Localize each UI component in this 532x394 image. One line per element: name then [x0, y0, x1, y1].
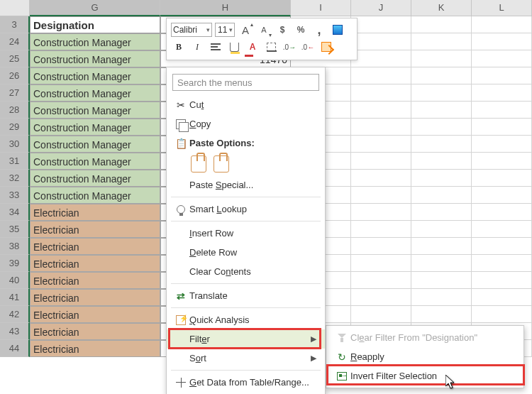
- format-painter-icon[interactable]: [318, 39, 334, 55]
- menu-delete-row[interactable]: Delete Row: [167, 243, 325, 262]
- col-header-L[interactable]: L: [472, 0, 532, 16]
- cell[interactable]: [472, 50, 532, 67]
- cell[interactable]: [351, 84, 411, 102]
- row-header[interactable]: 24: [0, 33, 30, 50]
- col-header-G[interactable]: G: [30, 0, 160, 16]
- font-color-icon[interactable]: A: [245, 39, 260, 55]
- cell[interactable]: [351, 16, 411, 33]
- cell[interactable]: [472, 204, 532, 221]
- cell[interactable]: [411, 238, 472, 255]
- cell[interactable]: [411, 289, 472, 306]
- cell[interactable]: Construction Manager: [30, 153, 160, 170]
- bold-icon[interactable]: B: [171, 39, 187, 55]
- menu-paste-special[interactable]: Paste Special...: [167, 175, 325, 195]
- cell[interactable]: Construction Manager: [30, 170, 160, 187]
- submenu-invert-filter[interactable]: Invert Filter Selection: [326, 366, 523, 385]
- row-header[interactable]: 28: [0, 102, 30, 119]
- cell[interactable]: Construction Manager: [30, 50, 160, 67]
- cell[interactable]: [351, 187, 411, 204]
- row-header[interactable]: 40: [0, 272, 30, 289]
- font-name-select[interactable]: Calibri: [171, 23, 212, 37]
- menu-sort[interactable]: Sort ▶: [167, 349, 325, 368]
- row-header[interactable]: 41: [0, 289, 30, 306]
- cell[interactable]: [351, 136, 411, 153]
- cell[interactable]: [351, 170, 411, 187]
- menu-quick-analysis[interactable]: Quick Analysis: [167, 310, 325, 329]
- cell[interactable]: [411, 187, 472, 204]
- cell[interactable]: [472, 306, 532, 323]
- cell[interactable]: [351, 204, 411, 221]
- cell[interactable]: [411, 119, 472, 136]
- cell-G3[interactable]: Designation: [30, 16, 160, 33]
- cell[interactable]: Electrician: [30, 306, 160, 323]
- select-all[interactable]: [0, 0, 30, 16]
- cell[interactable]: [411, 170, 472, 187]
- col-header-K[interactable]: K: [411, 0, 472, 16]
- cell[interactable]: [351, 255, 411, 272]
- cell[interactable]: [351, 306, 411, 323]
- increase-font-icon[interactable]: A: [238, 22, 253, 38]
- cell[interactable]: Construction Manager: [30, 84, 160, 102]
- cell[interactable]: [411, 84, 472, 102]
- cell[interactable]: [351, 272, 411, 289]
- row-header[interactable]: 32: [0, 170, 30, 187]
- decrease-font-icon[interactable]: A: [256, 22, 272, 38]
- cell[interactable]: [472, 16, 532, 33]
- cell[interactable]: [472, 255, 532, 272]
- cell[interactable]: [472, 33, 532, 50]
- cell[interactable]: [351, 102, 411, 119]
- cell[interactable]: Construction Manager: [30, 33, 160, 50]
- row-header[interactable]: 33: [0, 187, 30, 204]
- increase-decimal-icon[interactable]: .0→: [282, 39, 297, 55]
- row-header[interactable]: 3: [0, 16, 30, 33]
- col-header-I[interactable]: I: [291, 0, 351, 16]
- menu-translate[interactable]: ⇄ Translate: [167, 286, 325, 305]
- cell[interactable]: [411, 306, 472, 323]
- cell[interactable]: [472, 67, 532, 84]
- percent-icon[interactable]: %: [293, 22, 309, 38]
- cell[interactable]: [472, 170, 532, 187]
- cell[interactable]: Electrician: [30, 238, 160, 255]
- cell[interactable]: Electrician: [30, 255, 160, 272]
- currency-icon[interactable]: $: [275, 22, 290, 38]
- cell[interactable]: [351, 67, 411, 84]
- row-header[interactable]: 25: [0, 50, 30, 67]
- cell[interactable]: [472, 136, 532, 153]
- menu-filter[interactable]: Filter ▶: [167, 329, 325, 349]
- decrease-decimal-icon[interactable]: .0←: [300, 39, 316, 55]
- menu-search-input[interactable]: Search the menus: [172, 74, 319, 91]
- cell[interactable]: [351, 153, 411, 170]
- cell[interactable]: [351, 119, 411, 136]
- cell[interactable]: [472, 221, 532, 238]
- cell[interactable]: Electrician: [30, 204, 160, 221]
- cell[interactable]: Electrician: [30, 340, 160, 357]
- cell[interactable]: [411, 102, 472, 119]
- cell[interactable]: Construction Manager: [30, 187, 160, 204]
- row-header[interactable]: 26: [0, 67, 30, 84]
- menu-copy[interactable]: Copy: [167, 114, 325, 133]
- cell[interactable]: Construction Manager: [30, 67, 160, 84]
- paste-option-values[interactable]: [214, 155, 229, 173]
- cell[interactable]: [411, 50, 472, 67]
- border-icon[interactable]: [263, 39, 279, 55]
- cell[interactable]: [411, 16, 472, 33]
- cell[interactable]: [472, 289, 532, 306]
- cell[interactable]: [411, 153, 472, 170]
- fill-color-icon[interactable]: [226, 39, 242, 55]
- row-header[interactable]: 34: [0, 204, 30, 221]
- cell[interactable]: [472, 84, 532, 102]
- menu-smart-lookup[interactable]: Smart Lookup: [167, 199, 325, 219]
- cell[interactable]: Construction Manager: [30, 119, 160, 136]
- cell[interactable]: [472, 153, 532, 170]
- cell[interactable]: [351, 33, 411, 50]
- cell[interactable]: [472, 238, 532, 255]
- row-header[interactable]: 29: [0, 119, 30, 136]
- cell[interactable]: [351, 289, 411, 306]
- cell[interactable]: Electrician: [30, 289, 160, 306]
- submenu-reapply[interactable]: ↻ Reapply: [326, 347, 523, 366]
- conditional-format-icon[interactable]: [330, 22, 345, 38]
- cell[interactable]: Construction Manager: [30, 136, 160, 153]
- row-header[interactable]: 38: [0, 238, 30, 255]
- col-header-H[interactable]: H: [160, 0, 291, 16]
- row-header[interactable]: 27: [0, 84, 30, 102]
